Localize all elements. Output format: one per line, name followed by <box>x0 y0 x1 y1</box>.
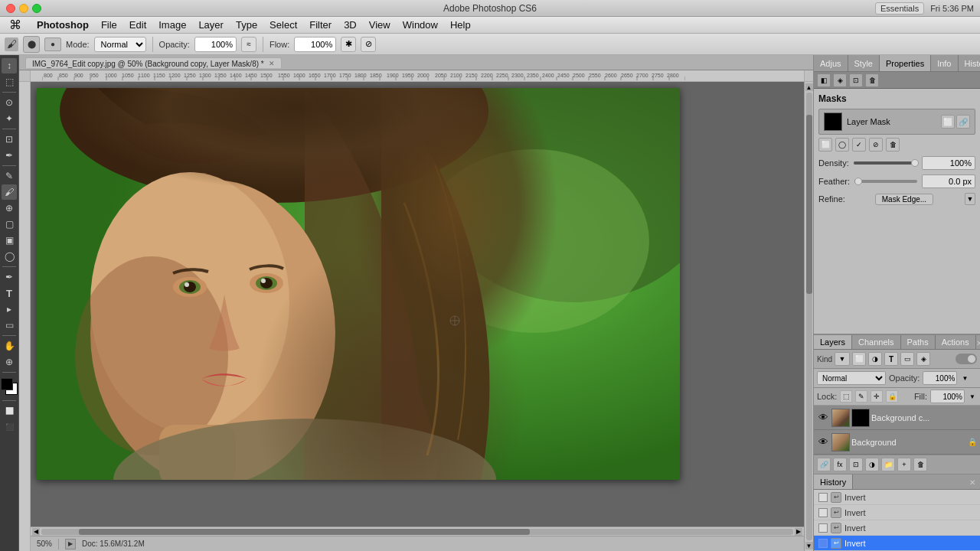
filter-pixel-btn[interactable]: ⬜ <box>852 352 866 366</box>
filter-type-btn[interactable]: T <box>884 352 898 366</box>
tab-actions[interactable]: Actions <box>936 335 976 349</box>
link-layers-btn[interactable]: 🔗 <box>817 458 831 471</box>
text-tool[interactable]: T <box>2 285 17 301</box>
tab-style[interactable]: Style <box>848 55 880 71</box>
canvas-close-btn[interactable]: ✕ <box>269 60 275 67</box>
lasso-tool[interactable]: ⊙ <box>2 95 17 110</box>
menu-photoshop[interactable]: Photoshop <box>31 18 95 32</box>
horizontal-scrollbar[interactable]: ◀ ▶ <box>31 527 804 536</box>
mask-disable-btn[interactable]: ⊘ <box>869 138 883 152</box>
layer-visibility-eye-2[interactable]: 👁 <box>817 436 829 448</box>
add-adjustment-btn[interactable]: ◑ <box>865 458 879 471</box>
history-checkbox-2[interactable] <box>818 508 828 517</box>
layer-row-background[interactable]: 👁 Background 🔒 <box>814 430 980 455</box>
layer-row-background-copy[interactable]: 👁 Background c... <box>814 406 980 430</box>
mask-add-vector-btn[interactable]: ◯ <box>835 138 849 152</box>
opacity-arrow-btn[interactable]: ▼ <box>960 371 969 385</box>
maximize-button[interactable] <box>32 4 41 13</box>
scroll-down-btn[interactable]: ▼ <box>805 542 813 549</box>
gradient-tool[interactable]: ▣ <box>2 233 17 248</box>
eyedropper-tool[interactable]: ✒ <box>2 148 17 163</box>
tab-adjust[interactable]: Adjus <box>814 55 848 71</box>
density-slider-thumb[interactable] <box>911 159 919 167</box>
mode-select[interactable]: Normal Multiply Screen Overlay <box>94 37 146 52</box>
brush-size-icon[interactable]: ● <box>44 37 61 51</box>
zoom-tool[interactable]: ⊕ <box>2 354 17 370</box>
lock-all-btn[interactable]: 🔒 <box>886 390 898 403</box>
layer-visibility-eye-1[interactable]: 👁 <box>817 412 829 424</box>
hand-tool[interactable]: ✋ <box>2 338 17 354</box>
tab-histogram[interactable]: Histo <box>959 55 981 71</box>
flow-icon[interactable]: ✱ <box>341 37 356 52</box>
menu-window[interactable]: Window <box>397 18 444 32</box>
brush-tool[interactable]: 🖌 <box>2 184 17 200</box>
props-btn-2[interactable]: ◈ <box>833 73 847 87</box>
apple-menu[interactable]: ⌘ <box>3 16 28 34</box>
workspace-selector[interactable]: Essentials <box>875 2 924 15</box>
tab-history[interactable]: History <box>814 474 853 489</box>
opacity-input[interactable] <box>194 37 237 52</box>
menu-edit[interactable]: Edit <box>123 18 152 32</box>
mask-apply-btn2[interactable]: ✓ <box>852 138 866 152</box>
layers-panel-close-btn[interactable]: ✕ <box>976 335 980 350</box>
scroll-up-btn[interactable]: ▲ <box>805 83 813 91</box>
add-mask-btn[interactable]: ⊡ <box>849 458 863 471</box>
layers-toggle-btn[interactable] <box>956 354 977 364</box>
props-btn-3[interactable]: ⊡ <box>849 73 863 87</box>
delete-layer-btn[interactable]: 🗑 <box>913 458 927 471</box>
magic-wand-tool[interactable]: ✦ <box>2 111 17 126</box>
brush-icon[interactable]: 🖌 <box>5 37 18 51</box>
mask-pixel-btn[interactable]: ⬜ <box>941 115 955 129</box>
tab-info[interactable]: Info <box>931 55 958 71</box>
feather-value-input[interactable] <box>922 174 975 188</box>
mask-edge-btn[interactable]: Mask Edge... <box>875 194 933 205</box>
zoom-in-btn[interactable]: ▶ <box>65 539 76 549</box>
props-btn-4[interactable]: 🗑 <box>865 73 879 87</box>
history-row-2[interactable]: ↩ Invert <box>814 505 980 520</box>
mask-apply-btn[interactable]: 🔗 <box>956 115 970 129</box>
quick-mask-icon[interactable]: ⬜ <box>2 403 17 419</box>
history-row-1[interactable]: ↩ Invert <box>814 490 980 505</box>
history-checkbox-4[interactable] <box>818 539 828 548</box>
menu-help[interactable]: Help <box>444 18 477 32</box>
color-swatches[interactable] <box>1 378 18 395</box>
menu-type[interactable]: Type <box>230 18 263 32</box>
lock-image-btn[interactable]: ✎ <box>855 390 867 403</box>
tab-paths[interactable]: Paths <box>901 335 936 349</box>
menu-layer[interactable]: Layer <box>192 18 230 32</box>
add-group-btn[interactable]: 📁 <box>881 458 895 471</box>
fill-arrow-btn[interactable]: ▼ <box>968 390 977 403</box>
pen-tool[interactable]: ✒ <box>2 269 17 285</box>
filter-smartobj-btn[interactable]: ◈ <box>916 352 930 366</box>
vertical-scrollbar[interactable]: ▲ ▼ <box>804 82 813 551</box>
close-button[interactable] <box>6 4 15 13</box>
tab-properties[interactable]: Properties <box>880 55 931 71</box>
opacity-airbrush-icon[interactable]: ≈ <box>241 37 256 52</box>
history-panel-close-btn[interactable]: ✕ <box>965 474 980 490</box>
filter-adjustment-btn[interactable]: ◑ <box>868 352 882 366</box>
mask-delete-btn[interactable]: 🗑 <box>886 138 900 152</box>
eraser-tool[interactable]: ▢ <box>2 217 17 232</box>
spot-heal-tool[interactable]: ✎ <box>2 168 17 184</box>
opacity-value[interactable] <box>923 371 957 385</box>
history-checkbox-3[interactable] <box>818 523 828 533</box>
density-value-input[interactable] <box>922 156 975 170</box>
menu-filter[interactable]: Filter <box>303 18 338 32</box>
add-layer-btn[interactable]: + <box>897 458 911 471</box>
canvas-document[interactable] <box>37 88 680 480</box>
refine-options-btn[interactable]: ▼ <box>965 193 975 205</box>
menu-view[interactable]: View <box>363 18 397 32</box>
menu-3d[interactable]: 3D <box>338 18 363 32</box>
scroll-right-btn[interactable]: ▶ <box>795 528 802 536</box>
filter-kind-btn[interactable]: ▼ <box>835 352 850 366</box>
foreground-color-swatch[interactable] <box>1 378 13 390</box>
history-row-4[interactable]: ↩ Invert <box>814 536 980 551</box>
brush-preset-icon[interactable]: ⬤ <box>23 36 40 53</box>
menu-select[interactable]: Select <box>263 18 303 32</box>
props-btn-1[interactable]: ◧ <box>817 73 831 87</box>
crop-tool[interactable]: ⊡ <box>2 132 17 147</box>
density-slider-track[interactable] <box>854 161 917 165</box>
v-scroll-thumb[interactable] <box>806 115 812 294</box>
fill-value[interactable] <box>930 390 965 403</box>
clone-stamp-tool[interactable]: ⊕ <box>2 201 17 216</box>
